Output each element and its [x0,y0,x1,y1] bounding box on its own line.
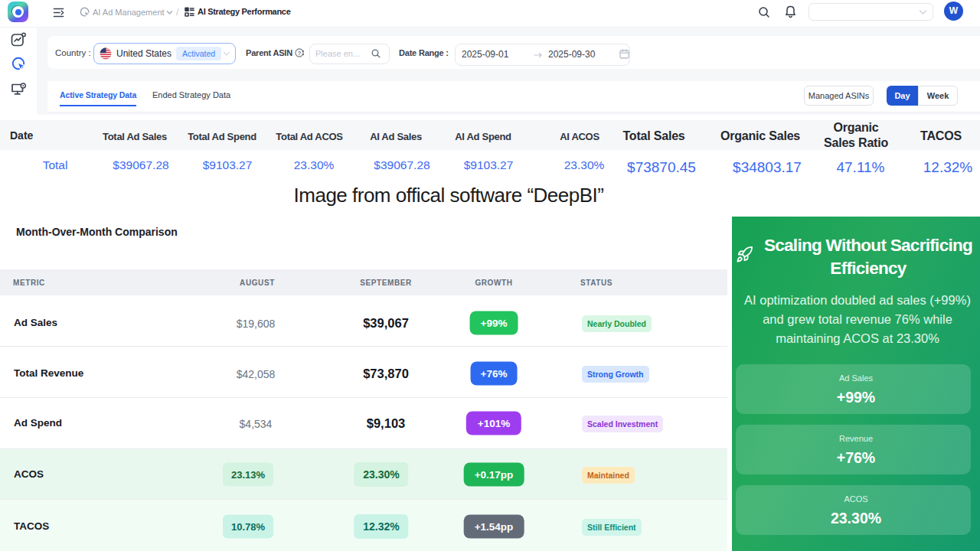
svg-text:?: ? [298,50,302,57]
